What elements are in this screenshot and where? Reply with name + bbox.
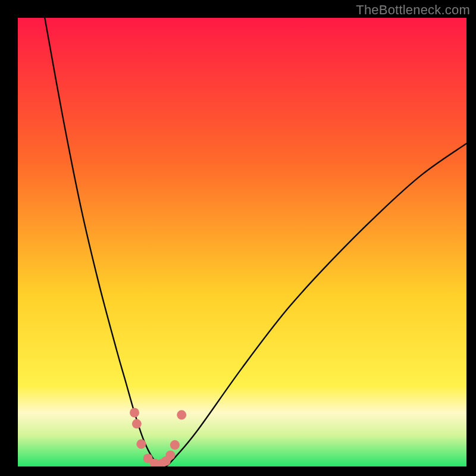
bottleneck-chart-svg: [18, 18, 466, 466]
data-marker: [170, 440, 180, 450]
watermark-text: TheBottleneck.com: [356, 2, 470, 18]
gradient-background: [18, 18, 466, 466]
data-marker: [132, 419, 142, 428]
chart-frame: TheBottleneck.com: [0, 0, 476, 476]
data-marker: [130, 408, 139, 418]
data-marker: [177, 410, 186, 419]
plot-area: [18, 18, 466, 466]
data-marker: [165, 450, 175, 460]
data-marker: [136, 439, 146, 449]
